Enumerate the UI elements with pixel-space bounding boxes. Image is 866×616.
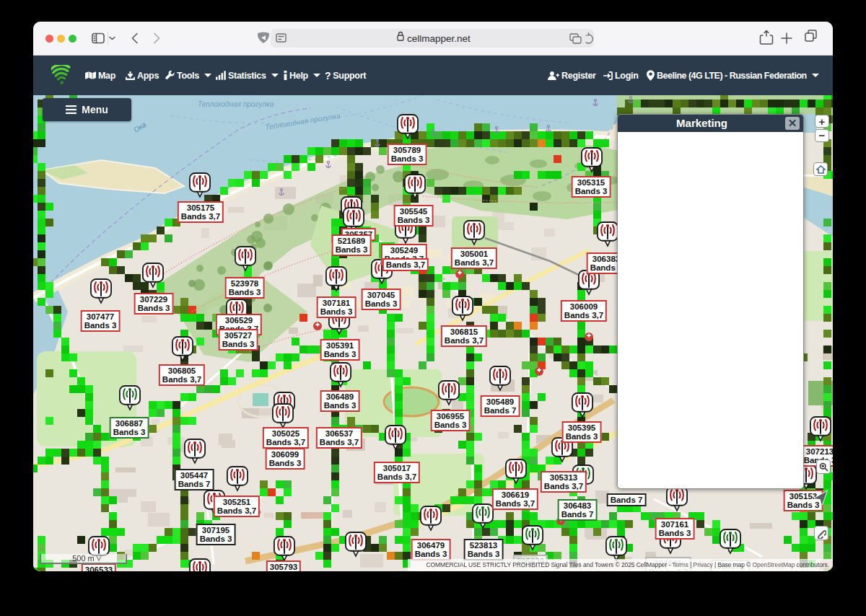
svg-text:cellmapper.net: cellmapper.net xyxy=(407,33,471,44)
svg-text:Теплоходная прогулка: Теплоходная прогулка xyxy=(198,100,274,108)
